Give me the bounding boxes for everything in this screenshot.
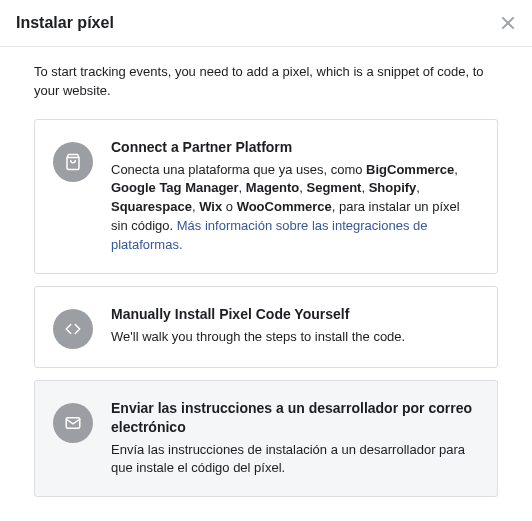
option-content: Connect a Partner Platform Conecta una p… bbox=[111, 138, 479, 255]
option-description: We'll walk you through the steps to inst… bbox=[111, 328, 479, 347]
dialog-title: Instalar píxel bbox=[16, 14, 114, 32]
shopping-bag-icon bbox=[53, 142, 93, 182]
option-manual-install[interactable]: Manually Install Pixel Code Yourself We'… bbox=[34, 286, 498, 368]
dialog-header: Instalar píxel bbox=[0, 0, 532, 47]
option-description: Envía las instrucciones de instalación a… bbox=[111, 441, 479, 479]
mail-icon bbox=[53, 403, 93, 443]
option-title: Connect a Partner Platform bbox=[111, 138, 479, 157]
code-icon bbox=[53, 309, 93, 349]
option-content: Enviar las instrucciones a un desarrolla… bbox=[111, 399, 479, 478]
option-description: Conecta una plataforma que ya uses, como… bbox=[111, 161, 479, 255]
option-email-developer[interactable]: Enviar las instrucciones a un desarrolla… bbox=[34, 380, 498, 497]
option-content: Manually Install Pixel Code Yourself We'… bbox=[111, 305, 479, 347]
option-title: Manually Install Pixel Code Yourself bbox=[111, 305, 479, 324]
close-icon[interactable] bbox=[500, 15, 516, 31]
dialog-body: To start tracking events, you need to ad… bbox=[0, 47, 532, 521]
intro-text: To start tracking events, you need to ad… bbox=[34, 63, 498, 101]
option-partner-platform[interactable]: Connect a Partner Platform Conecta una p… bbox=[34, 119, 498, 274]
option-title: Enviar las instrucciones a un desarrolla… bbox=[111, 399, 479, 437]
